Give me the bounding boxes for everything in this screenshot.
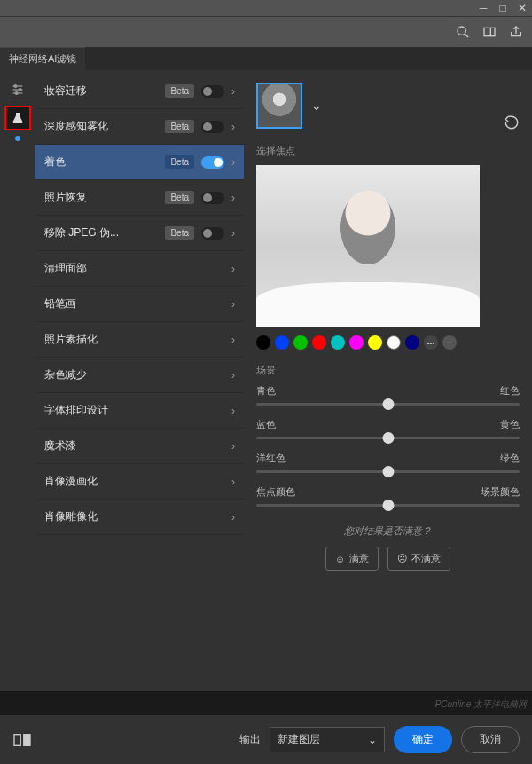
beta-badge: Beta: [165, 191, 194, 204]
filter-name: 清理面部: [44, 261, 231, 276]
svg-rect-10: [14, 734, 20, 745]
search-icon[interactable]: [456, 25, 470, 39]
slider-track[interactable]: [256, 437, 520, 439]
svg-rect-11: [24, 734, 30, 745]
filter-item-1[interactable]: 深度感知雾化Beta›: [35, 109, 244, 145]
maximize-icon[interactable]: □: [498, 4, 507, 12]
output-select[interactable]: 新建图层 ⌄: [270, 727, 385, 752]
filter-name: 字体排印设计: [44, 403, 231, 418]
slider-3: 焦点颜色场景颜色: [256, 485, 520, 507]
color-swatch[interactable]: [368, 335, 382, 350]
svg-line-1: [465, 34, 468, 37]
frown-icon: ☹: [397, 553, 407, 564]
color-swatch[interactable]: [256, 335, 270, 350]
before-after-icon[interactable]: [12, 732, 32, 748]
filter-name: 妆容迁移: [44, 83, 165, 98]
panel-icon[interactable]: [482, 25, 497, 39]
preview-image[interactable]: [256, 165, 480, 327]
feedback-section: 您对结果是否满意？ ☺ 满意 ☹ 不满意: [256, 524, 520, 571]
chevron-right-icon: ›: [231, 227, 235, 240]
filter-toggle[interactable]: [201, 85, 224, 98]
chevron-right-icon: ›: [231, 263, 235, 275]
filter-name: 照片恢复: [44, 190, 165, 205]
svg-rect-2: [484, 28, 495, 35]
remove-color-icon[interactable]: −: [442, 335, 457, 350]
filter-toggle[interactable]: [201, 227, 224, 240]
undo-icon[interactable]: [504, 114, 520, 130]
chevron-right-icon: ›: [231, 440, 235, 453]
filter-name: 魔术漆: [44, 438, 231, 453]
filter-item-10[interactable]: 魔术漆›: [35, 429, 244, 464]
filter-name: 肖像漫画化: [44, 474, 231, 489]
feedback-no-label: 不满意: [411, 552, 441, 565]
color-swatch[interactable]: [387, 335, 401, 350]
subject-thumbnail[interactable]: [256, 83, 302, 129]
color-swatch[interactable]: [405, 335, 419, 350]
slider-track[interactable]: [256, 504, 520, 507]
filter-item-7[interactable]: 照片素描化›: [35, 322, 244, 358]
svg-point-0: [458, 27, 466, 35]
filter-toggle[interactable]: [201, 121, 224, 133]
filter-name: 肖像雕像化: [44, 509, 231, 524]
chevron-down-icon[interactable]: ⌄: [311, 98, 322, 113]
chevron-right-icon: ›: [231, 476, 235, 488]
feedback-yes-button[interactable]: ☺ 满意: [325, 547, 379, 571]
filter-toggle[interactable]: [201, 192, 224, 204]
tab-neural-filters[interactable]: 神经网络AI滤镜: [0, 47, 85, 70]
cancel-button[interactable]: 取消: [461, 726, 520, 753]
color-swatch[interactable]: [293, 335, 308, 350]
slider-track[interactable]: [256, 403, 520, 406]
filter-item-11[interactable]: 肖像漫画化›: [35, 464, 244, 500]
filter-item-0[interactable]: 妆容迁移Beta›: [35, 74, 244, 109]
toolbar: [0, 16, 532, 47]
footer: 输出 新建图层 ⌄ 确定 取消: [0, 714, 532, 764]
slider-thumb[interactable]: [382, 500, 394, 511]
slider-0: 青色红色: [256, 384, 520, 406]
filter-item-5[interactable]: 清理面部›: [35, 251, 244, 287]
color-swatch[interactable]: [349, 335, 364, 350]
filter-item-12[interactable]: 肖像雕像化›: [35, 500, 244, 535]
filter-item-8[interactable]: 杂色减少›: [35, 358, 244, 393]
filter-item-4[interactable]: 移除 JPEG 伪...Beta›: [35, 216, 244, 251]
filter-name: 移除 JPEG 伪...: [44, 225, 165, 240]
color-swatch[interactable]: [331, 335, 345, 350]
slider-2: 洋红色绿色: [256, 452, 520, 473]
beta-badge: Beta: [165, 84, 194, 98]
feedback-question: 您对结果是否满意？: [256, 524, 520, 538]
window-controls: ─ □ ✕: [0, 0, 532, 16]
more-colors-icon[interactable]: •••: [424, 335, 438, 350]
slider-left-label: 青色: [256, 384, 276, 398]
chevron-right-icon: ›: [231, 511, 235, 524]
beaker-icon[interactable]: [4, 106, 31, 130]
slider-left-label: 蓝色: [256, 418, 276, 431]
beta-badge: Beta: [165, 120, 194, 133]
slider-track[interactable]: [256, 470, 520, 473]
filter-item-2[interactable]: 着色Beta›: [35, 145, 244, 180]
filter-item-6[interactable]: 铅笔画›: [35, 287, 244, 322]
slider-thumb[interactable]: [382, 432, 394, 444]
slider-1: 蓝色黄色: [256, 418, 520, 439]
feedback-no-button[interactable]: ☹ 不满意: [387, 547, 450, 571]
filter-item-9[interactable]: 字体排印设计›: [35, 393, 244, 429]
watermark: PConline 太平洋电脑网: [435, 698, 527, 711]
filter-toggle[interactable]: [201, 156, 224, 169]
slider-thumb[interactable]: [382, 398, 394, 410]
smile-icon: ☺: [335, 554, 345, 564]
chevron-right-icon: ›: [231, 85, 235, 98]
chevron-right-icon: ›: [231, 121, 235, 133]
output-value: 新建图层: [278, 732, 320, 747]
ok-button[interactable]: 确定: [394, 726, 452, 753]
share-icon[interactable]: [509, 25, 523, 39]
close-icon[interactable]: ✕: [518, 4, 527, 12]
color-swatch[interactable]: [275, 335, 289, 350]
slider-thumb[interactable]: [382, 466, 394, 477]
svg-point-9: [15, 92, 18, 95]
filters-icon[interactable]: [4, 77, 31, 102]
slider-right-label: 场景颜色: [481, 485, 520, 499]
color-swatch[interactable]: [312, 335, 326, 350]
minimize-icon[interactable]: ─: [479, 4, 488, 12]
filter-list: 妆容迁移Beta›深度感知雾化Beta›着色Beta›照片恢复Beta›移除 J…: [35, 70, 244, 691]
filter-name: 杂色减少: [44, 367, 231, 382]
filter-item-3[interactable]: 照片恢复Beta›: [35, 180, 244, 216]
slider-left-label: 洋红色: [256, 452, 286, 465]
